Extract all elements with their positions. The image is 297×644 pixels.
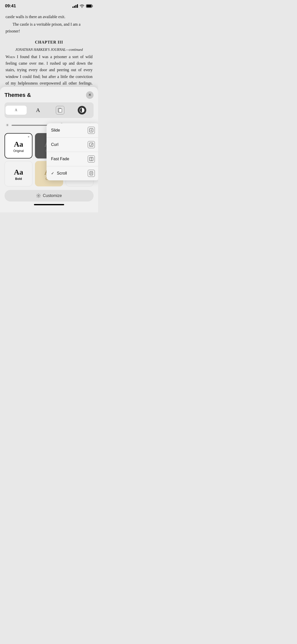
book-line-2: The castle is a veritable prison, and I … — [6, 21, 93, 34]
small-a-label: A — [15, 108, 17, 112]
dropdown-label-scroll: Scroll — [57, 171, 67, 176]
home-indicator — [34, 204, 64, 205]
brightness-min-icon: ☀ — [6, 123, 9, 128]
large-a-label: A — [36, 107, 40, 113]
fastfade-icon — [88, 155, 95, 163]
svg-rect-10 — [59, 109, 62, 112]
dropdown-item-slide[interactable]: Slide — [47, 123, 98, 138]
tab-large-font[interactable]: A — [28, 104, 49, 116]
dropdown-item-fastfade[interactable]: Fast Fade — [47, 152, 98, 166]
dropdown-item-curl[interactable]: Curl — [47, 138, 98, 152]
tab-pages[interactable] — [50, 103, 71, 117]
font-tabs: A A — [5, 102, 94, 118]
checkmark-icon: ✓ — [51, 171, 54, 176]
panel-header: Themes & ✕ — [5, 91, 94, 99]
tab-contrast[interactable] — [72, 103, 93, 117]
signal-icon — [72, 4, 78, 8]
status-icons — [72, 4, 93, 8]
scroll-icon — [88, 170, 95, 177]
wifi-icon — [79, 4, 84, 8]
slide-icon — [88, 127, 95, 134]
curl-icon — [88, 141, 95, 148]
tab-small-font[interactable]: A — [6, 106, 27, 115]
panel-title: Themes & — [5, 92, 31, 98]
book-line-1: castle walls is there an available exit. — [6, 14, 93, 20]
dropdown-label-fastfade: Fast Fade — [51, 157, 69, 161]
svg-point-12 — [38, 195, 39, 196]
dropdown-label-curl: Curl — [51, 142, 58, 147]
theme-bold[interactable]: Aa Bold — [5, 161, 32, 186]
theme-original-aa: Aa — [14, 140, 23, 148]
svg-rect-2 — [90, 129, 93, 132]
battery-icon — [86, 4, 93, 8]
theme-asterisk: * — [28, 136, 29, 140]
theme-bold-label: Bold — [15, 177, 22, 181]
contrast-icon — [78, 106, 86, 114]
theme-original-label: Original — [13, 149, 24, 153]
customize-label: Customize — [43, 193, 62, 198]
dropdown-item-scroll[interactable]: ✓ Scroll — [47, 166, 98, 180]
svg-rect-1 — [87, 5, 92, 7]
theme-original[interactable]: * Aa Original — [5, 133, 32, 158]
page-turn-dropdown: Slide Curl Fast Fade ✓ Scroll — [47, 123, 98, 180]
status-bar: 09:41 — [0, 0, 98, 11]
customize-button[interactable]: Customize — [5, 190, 94, 202]
status-time: 09:41 — [5, 4, 16, 9]
chapter-heading: CHAPTER III — [6, 39, 93, 46]
pages-icon — [56, 106, 64, 114]
theme-bold-aa: Aa — [14, 168, 23, 176]
close-button[interactable]: ✕ — [86, 91, 94, 99]
gear-icon — [36, 193, 41, 198]
dropdown-label-slide: Slide — [51, 128, 60, 133]
svg-rect-3 — [90, 143, 93, 146]
chapter-subheading: JONATHAN HARKER'S JOURNAL—continued — [6, 47, 93, 53]
